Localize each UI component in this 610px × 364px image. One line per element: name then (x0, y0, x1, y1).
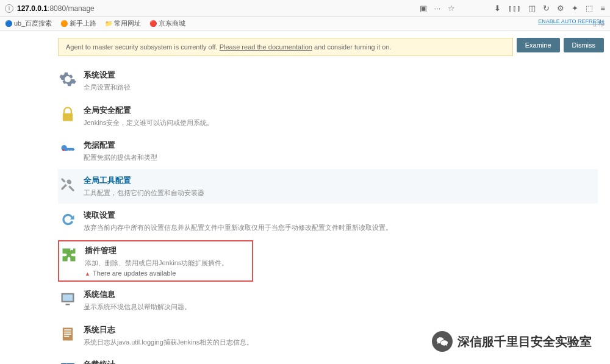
item-title: 全局工具配置 (84, 175, 595, 186)
notice-doc-link[interactable]: Please read the documentation (220, 43, 312, 51)
lock-icon (58, 105, 77, 124)
library-icon[interactable]: ⫿⫿⫿ (508, 4, 521, 13)
item-title: 负载统计 (84, 359, 595, 364)
item-title: 读取设置 (84, 210, 595, 221)
item-title: 系统日志 (84, 324, 595, 335)
dismiss-button[interactable]: Dismiss (564, 38, 605, 52)
bookmark-item[interactable]: 🟠新手上路 (60, 19, 96, 28)
manage-item-system-log[interactable]: 系统日志 系统日志从java.util.logging捕获Jenkins相关的日… (58, 318, 598, 354)
keys-icon (58, 140, 77, 159)
log-icon (58, 324, 77, 344)
menu-icon[interactable]: ≡ (600, 4, 605, 13)
item-desc: 工具配置，包括它们的位置和自动安装器 (84, 188, 595, 198)
favicon-icon: 🔵 (5, 20, 12, 27)
manage-item-load-stats[interactable]: 负载统计 检查您的资源利用情况，看看是否需要更多的计算机来帮助您构建。 (58, 353, 598, 364)
notice-text: and consider turning it on. (312, 43, 392, 51)
svg-point-0 (62, 149, 65, 151)
auto-refresh-link[interactable]: ENABLE AUTO REFRESH (538, 18, 604, 24)
monitor-icon (58, 289, 77, 309)
manage-list: 系统设置 全局设置和路径 全局安全配置 Jenkins安全，定义谁可以访问或使用… (58, 63, 598, 364)
gear-icon (58, 70, 77, 89)
url-text[interactable]: 127.0.0.1:8080/manage (17, 4, 95, 13)
item-desc: 添加、删除、禁用或启用Jenkins功能扩展插件。 (85, 258, 249, 268)
more-icon[interactable]: ··· (434, 4, 441, 13)
favicon-icon: 🔴 (149, 20, 157, 27)
item-title: 系统信息 (84, 289, 595, 300)
item-desc: 配置凭据的提供者和类型 (84, 152, 595, 163)
dev-icon[interactable]: ⬚ (586, 4, 593, 13)
download-icon[interactable]: ⬇ (494, 4, 501, 13)
item-title: 凭据配置 (84, 140, 595, 151)
notice-text: Agent to master security subsystem is cu… (66, 43, 220, 51)
examine-button[interactable]: Examine (517, 38, 560, 52)
sidebar-icon[interactable]: ◫ (528, 4, 536, 13)
item-desc: 全局设置和路径 (84, 82, 595, 93)
favicon-icon: 🟠 (60, 20, 68, 27)
manage-item-system-settings[interactable]: 系统设置 全局设置和路径 (58, 63, 598, 99)
item-desc: 放弃当前内存中所有的设置信息并从配置文件中重新读取仅用于当您手动修改配置文件时重… (84, 223, 595, 233)
star-icon[interactable]: ☆ (448, 4, 455, 13)
item-alert: There are updates available (85, 269, 249, 277)
item-desc: 显示系统环境信息以帮助解决问题。 (84, 302, 595, 312)
shield-icon[interactable]: ▣ (420, 4, 427, 13)
bookmark-item[interactable]: 📁常用网址 (105, 19, 141, 28)
item-title: 插件管理 (85, 245, 249, 256)
reload-icon (58, 210, 77, 229)
bookmarks-bar: 🔵ub_百度搜索 🟠新手上路 📁常用网址 🔴京东商城 ▯ 移 (0, 17, 610, 30)
heartbeat-icon (58, 359, 77, 364)
plugin-icon (59, 245, 79, 265)
manage-item-global-tools[interactable]: 全局工具配置 工具配置，包括它们的位置和自动安装器 (58, 169, 598, 204)
puzzle-icon[interactable]: ✦ (572, 4, 578, 13)
bookmark-item[interactable]: 🔵ub_百度搜索 (5, 19, 52, 28)
manage-item-credentials[interactable]: 凭据配置 配置凭据的提供者和类型 (58, 134, 598, 169)
manage-item-plugins[interactable]: 插件管理 添加、删除、禁用或启用Jenkins功能扩展插件。 There are… (58, 240, 253, 282)
item-title: 全局安全配置 (84, 105, 595, 116)
manage-item-system-info[interactable]: 系统信息 显示系统环境信息以帮助解决问题。 (58, 283, 598, 318)
bookmark-item[interactable]: 🔴京东商城 (149, 19, 185, 28)
security-notice: Agent to master security subsystem is cu… (58, 38, 513, 56)
favicon-icon: 📁 (105, 20, 112, 27)
info-icon[interactable]: i (5, 4, 13, 13)
manage-item-global-security[interactable]: 全局安全配置 Jenkins安全，定义谁可以访问或使用系统。 (58, 99, 598, 134)
browser-right-icons: ▣ ··· ☆ ⬇ ⫿⫿⫿ ◫ ↻ ⚙ ✦ ⬚ ≡ (420, 4, 605, 13)
item-title: 系统设置 (84, 70, 595, 80)
item-desc: Jenkins安全，定义谁可以访问或使用系统。 (84, 118, 595, 128)
manage-item-reload[interactable]: 读取设置 放弃当前内存中所有的设置信息并从配置文件中重新读取仅用于当您手动修改配… (58, 204, 598, 239)
browser-bar: i 127.0.0.1:8080/manage ▣ ··· ☆ ⬇ ⫿⫿⫿ ◫ … (0, 0, 610, 17)
settings-icon[interactable]: ⚙ (557, 4, 564, 13)
url-area: i 127.0.0.1:8080/manage (5, 4, 95, 13)
item-desc: 系统日志从java.util.logging捕获Jenkins相关的日志信息。 (84, 337, 595, 348)
tools-icon (58, 175, 77, 194)
sync-icon[interactable]: ↻ (543, 4, 550, 13)
